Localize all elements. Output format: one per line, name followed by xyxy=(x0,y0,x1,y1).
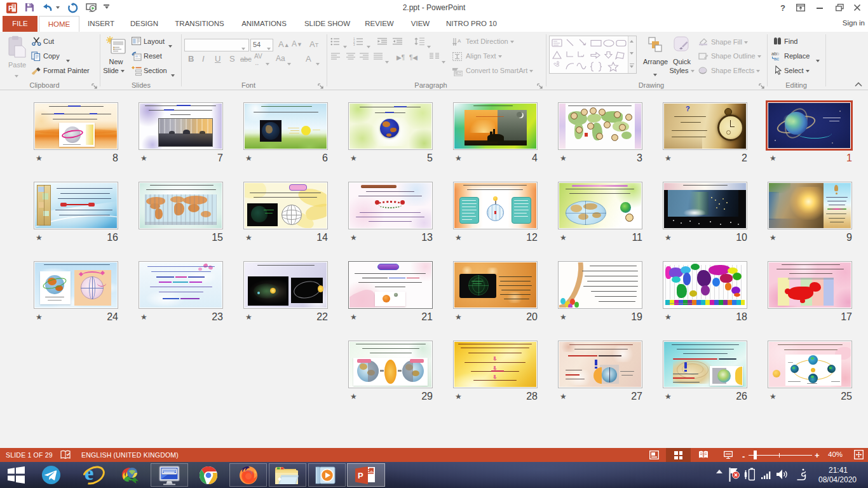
svg-text:ac: ac xyxy=(774,56,779,61)
svg-text:3: 3 xyxy=(353,43,355,46)
svg-text:P: P xyxy=(358,471,363,480)
svg-text:A: A xyxy=(458,38,461,44)
